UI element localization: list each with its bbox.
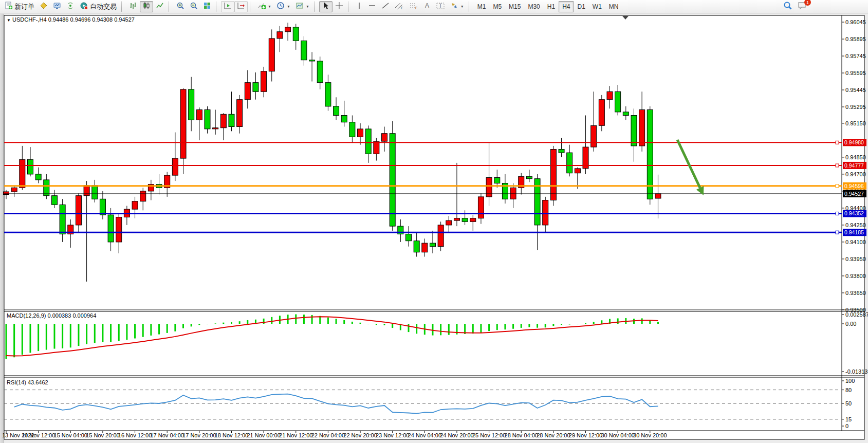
crosshair-button[interactable]: [333, 1, 346, 12]
candle-bear: [44, 180, 49, 196]
line-chart-button[interactable]: [153, 1, 167, 12]
line-handle[interactable]: [836, 212, 839, 215]
time-label: 24 Nov 20:00: [440, 432, 473, 438]
price-tag-label: 0.94980: [844, 139, 864, 145]
chevron-down-icon: ▼: [306, 5, 309, 8]
candle-bull: [76, 196, 81, 225]
tile-windows-icon: [203, 2, 211, 11]
text-button[interactable]: A: [421, 1, 433, 12]
templates-button[interactable]: ▼: [293, 1, 312, 12]
timeframe-MN[interactable]: MN: [605, 1, 622, 12]
candle-bull: [140, 191, 146, 201]
toolbar-separator: [250, 2, 253, 12]
cursor-button[interactable]: [319, 1, 333, 12]
candle-bull: [358, 129, 363, 137]
autotrading-icon: [80, 2, 88, 11]
price-tick-label: 0.95295: [845, 104, 866, 110]
text-icon: A: [423, 2, 431, 11]
timeframe-M5[interactable]: M5: [489, 1, 505, 12]
auto-scroll-icon: [224, 2, 232, 11]
time-label: 15 Nov 04:00: [54, 432, 87, 438]
candle-bull: [132, 201, 138, 209]
zoom-out-button[interactable]: [187, 1, 200, 12]
candle-bull: [172, 158, 178, 175]
profiles-button[interactable]: [37, 1, 50, 12]
candle-bull: [11, 188, 17, 192]
time-label: 25 Nov 12:00: [472, 432, 506, 438]
price-tick-label: 0.96045: [845, 19, 866, 25]
indicators-button[interactable]: ▼: [255, 1, 274, 12]
arrows-button[interactable]: ▼: [448, 1, 467, 12]
candle-bear: [526, 176, 532, 178]
candle-bear: [414, 241, 419, 252]
search-icon[interactable]: [783, 1, 792, 12]
timeframe-M15[interactable]: M15: [505, 1, 524, 12]
candle-bear: [406, 234, 412, 241]
tile-windows-button[interactable]: [200, 1, 214, 12]
candle-bear: [623, 112, 629, 116]
time-label: 18 Nov 12:00: [215, 432, 248, 438]
line-handle[interactable]: [836, 184, 839, 188]
line-handle[interactable]: [836, 164, 839, 167]
price-tick-label: 0.94850: [845, 154, 866, 160]
market-watch-icon: [53, 2, 61, 11]
candlestick-chart-icon: [142, 2, 151, 11]
time-label: 15 Nov 20:00: [86, 432, 119, 438]
timeframe-W1[interactable]: W1: [589, 1, 605, 12]
timeframe-M1[interactable]: M1: [474, 1, 490, 12]
auto-scroll-button[interactable]: [221, 1, 234, 12]
toolbar-separator: [469, 2, 472, 12]
line-handle[interactable]: [836, 231, 839, 234]
horizontal-line-button[interactable]: [365, 1, 379, 12]
market-watch-button[interactable]: [50, 1, 64, 12]
timeframe-D1[interactable]: D1: [574, 1, 588, 12]
periods-clock-icon: [276, 2, 285, 11]
candle-bull: [510, 188, 516, 199]
candle-bear: [341, 116, 347, 122]
signals-icon: [66, 2, 75, 11]
equidistant-channel-button[interactable]: E: [392, 1, 407, 12]
line-handle[interactable]: [836, 141, 839, 144]
candle-bear: [229, 114, 234, 126]
trendline-button[interactable]: [379, 1, 392, 12]
candle-bull: [4, 192, 9, 195]
candlestick-chart-button[interactable]: [140, 1, 153, 12]
text-label-button[interactable]: T: [433, 1, 448, 12]
periods-button[interactable]: ▼: [274, 1, 293, 12]
time-label: 30 Nov 20:00: [633, 432, 667, 438]
price-tick-label: 0.93950: [845, 256, 866, 262]
candle-bull: [374, 141, 379, 154]
vertical-line-button[interactable]: [353, 1, 365, 12]
candle-bear: [92, 186, 98, 199]
autotrading-button[interactable]: 自动交易: [77, 1, 119, 12]
toolbar-separator: [121, 2, 125, 12]
candle-bear: [35, 174, 41, 180]
time-label: 29 Nov 12:00: [569, 432, 602, 438]
chart-shift-button[interactable]: [234, 1, 248, 12]
timeframe-M30[interactable]: M30: [524, 1, 543, 12]
line-chart-icon: [156, 2, 164, 11]
svg-text:E: E: [401, 6, 403, 10]
time-label: 28 Nov 20:00: [537, 432, 570, 438]
new-order-button[interactable]: 新订单: [2, 1, 37, 12]
timeframe-H1[interactable]: H1: [544, 1, 559, 12]
chart-shift-icon: [237, 2, 245, 11]
candle-bear: [189, 89, 194, 120]
candle-bear: [615, 91, 621, 112]
price-tick-label: 0.95895: [845, 36, 866, 42]
candle-bear: [365, 129, 371, 154]
notifications-chat-icon[interactable]: 1: [798, 1, 807, 12]
fibonacci-button[interactable]: F: [407, 1, 421, 12]
toolbar-separator: [169, 2, 172, 12]
chart-canvas[interactable]: 0.960450.958950.957450.955950.954450.952…: [0, 14, 868, 443]
candle-bear: [100, 199, 105, 215]
signals-button[interactable]: [64, 1, 77, 12]
timeframe-H4[interactable]: H4: [559, 1, 574, 12]
candle-bear: [293, 27, 299, 41]
candle-bull: [220, 114, 226, 127]
candle-bull: [269, 39, 274, 71]
bar-chart-button[interactable]: [126, 1, 140, 12]
zoom-in-button[interactable]: [174, 1, 187, 12]
time-label: 21 Nov 00:00: [247, 432, 280, 438]
zoom-in-icon: [176, 2, 184, 11]
